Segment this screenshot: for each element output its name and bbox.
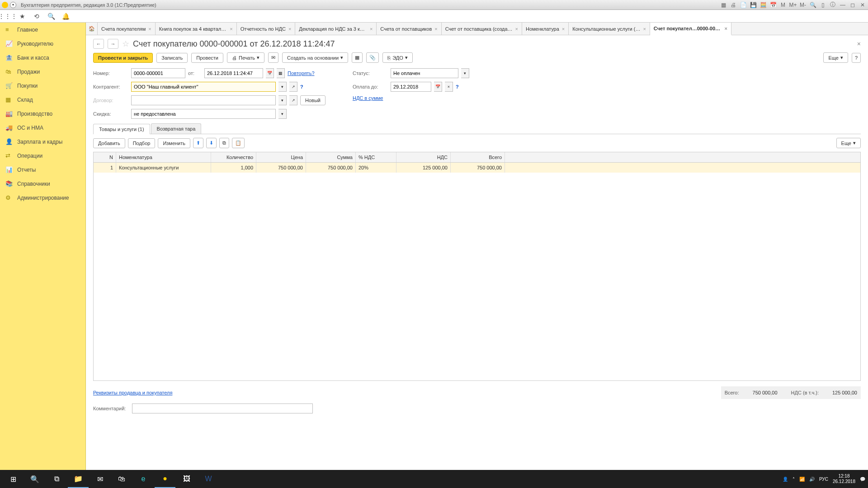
- sidebar-item-production[interactable]: 🏭Производство: [0, 107, 85, 121]
- tab-5[interactable]: Счет от поставщика (созда…×: [442, 23, 522, 35]
- help-icon[interactable]: ?: [300, 84, 303, 89]
- col-n[interactable]: N: [94, 152, 116, 162]
- edge-icon[interactable]: e: [133, 470, 154, 488]
- tab-close-icon[interactable]: ×: [370, 26, 373, 32]
- copy-button[interactable]: ⧉: [219, 138, 229, 148]
- tb-icon-calc[interactable]: 🧮: [760, 1, 767, 9]
- dropdown-icon[interactable]: ▾: [278, 109, 287, 119]
- history-icon[interactable]: ⟲: [33, 12, 41, 20]
- col-price[interactable]: Цена: [256, 152, 306, 162]
- sidebar-item-purchases[interactable]: 🛒Покупки: [0, 79, 85, 93]
- tray-network-icon[interactable]: 📶: [799, 477, 805, 482]
- new-contract-button[interactable]: Новый: [300, 95, 326, 105]
- clear-icon[interactable]: ×: [445, 82, 453, 92]
- attach-button[interactable]: 📎: [366, 52, 379, 63]
- calendar-icon[interactable]: 📅: [266, 68, 274, 78]
- sidebar-item-bank[interactable]: 🏦Банк и касса: [0, 51, 85, 65]
- post-close-button[interactable]: Провести и закрыть: [93, 53, 153, 63]
- create-based-button[interactable]: Создать на основании ▾: [282, 52, 348, 63]
- tab-close-icon[interactable]: ×: [434, 26, 437, 32]
- mail-button[interactable]: ✉: [268, 52, 278, 63]
- tb-icon-search[interactable]: 🔍: [809, 1, 816, 9]
- tb-icon-save[interactable]: 💾: [750, 1, 757, 9]
- dropdown-icon[interactable]: ▾: [278, 95, 287, 105]
- photos-icon[interactable]: 🖼: [176, 470, 197, 488]
- col-qty[interactable]: Количество: [211, 152, 256, 162]
- star-icon[interactable]: ★: [18, 12, 26, 20]
- tab-home[interactable]: 🏠: [86, 23, 98, 35]
- grid-empty-area[interactable]: [94, 173, 860, 380]
- tray-lang[interactable]: РУС: [819, 477, 828, 482]
- sidebar-item-sales[interactable]: 🛍Продажи: [0, 65, 85, 79]
- search-icon[interactable]: 🔍: [47, 12, 55, 20]
- write-button[interactable]: Записать: [156, 53, 188, 63]
- favorite-star-icon[interactable]: ☆: [122, 39, 129, 49]
- seller-details-link[interactable]: Реквизиты продавца и покупателя: [93, 390, 172, 395]
- help-icon[interactable]: ?: [456, 84, 459, 89]
- content-close-icon[interactable]: ×: [857, 40, 861, 47]
- tab-close-icon[interactable]: ×: [230, 26, 232, 32]
- tab-close-icon[interactable]: ×: [562, 26, 565, 32]
- word-icon[interactable]: W: [198, 470, 219, 488]
- table-more-button[interactable]: Еще ▾: [836, 138, 861, 148]
- back-button[interactable]: ←: [93, 39, 104, 49]
- pay-until-input[interactable]: [391, 82, 431, 92]
- tab-7[interactable]: Консультационные услуги (…×: [569, 23, 650, 35]
- tab-4[interactable]: Счета от поставщиков×: [377, 23, 441, 35]
- 1c-icon[interactable]: ●: [155, 470, 175, 488]
- help-button[interactable]: ?: [852, 53, 861, 63]
- tray-volume-icon[interactable]: 🔊: [809, 477, 815, 482]
- tab-close-icon[interactable]: ×: [724, 26, 727, 31]
- sidebar-item-salary[interactable]: 👤Зарплата и кадры: [0, 135, 85, 149]
- explorer-icon[interactable]: 📁: [68, 470, 89, 488]
- minimize-icon[interactable]: —: [839, 1, 846, 9]
- tab-goods[interactable]: Товары и услуги (1): [93, 124, 150, 134]
- add-row-button[interactable]: Добавить: [93, 138, 125, 148]
- dropdown-icon[interactable]: ▾: [278, 82, 287, 92]
- sidebar-item-os[interactable]: 🚚ОС и НМА: [0, 121, 85, 135]
- tab-tara[interactable]: Возвратная тара: [151, 123, 202, 134]
- tb-icon-m1[interactable]: M: [779, 1, 787, 9]
- status-select[interactable]: [391, 68, 458, 78]
- move-down-button[interactable]: ⬇: [206, 138, 217, 148]
- comment-input[interactable]: [132, 404, 313, 413]
- tb-icon-info[interactable]: ⓘ: [829, 1, 836, 9]
- tab-close-icon[interactable]: ×: [288, 26, 291, 32]
- tb-icon-doc[interactable]: 📄: [740, 1, 747, 9]
- col-nom[interactable]: Номенклатура: [116, 152, 211, 162]
- open-icon[interactable]: ↗: [289, 95, 297, 105]
- number-input[interactable]: [131, 68, 185, 78]
- tb-icon-panel[interactable]: ▯: [819, 1, 826, 9]
- sidebar-item-manager[interactable]: 📈Руководителю: [0, 37, 85, 51]
- more-button[interactable]: Еще ▾: [823, 52, 848, 63]
- dropdown-icon[interactable]: ▾: [461, 68, 469, 78]
- date-input[interactable]: [204, 68, 263, 78]
- sidebar-item-admin[interactable]: ⚙Администрирование: [0, 191, 85, 205]
- kanban-button[interactable]: ▦: [352, 52, 363, 63]
- col-nds[interactable]: НДС: [396, 152, 451, 162]
- repeat-link[interactable]: Повторять?: [288, 70, 315, 76]
- tb-icon-1[interactable]: ▦: [720, 1, 727, 9]
- notifications-icon[interactable]: 💬: [860, 477, 865, 482]
- edit-row-button[interactable]: Изменить: [158, 138, 190, 148]
- tab-0[interactable]: Счета покупателям×: [98, 23, 156, 35]
- store-icon[interactable]: 🛍: [111, 470, 132, 488]
- print-button[interactable]: 🖨 Печать ▾: [227, 52, 264, 63]
- discount-input[interactable]: [131, 109, 276, 119]
- tab-6[interactable]: Номенклатура×: [522, 23, 569, 35]
- sidebar-item-operations[interactable]: ⇄Операции: [0, 149, 85, 163]
- sidebar-item-reports[interactable]: 📊Отчеты: [0, 163, 85, 177]
- table-row[interactable]: 1 Консультационные услуги 1,000 750 000,…: [94, 163, 860, 173]
- start-button[interactable]: ⊞: [3, 470, 24, 488]
- taskbar-search[interactable]: 🔍: [24, 470, 45, 488]
- tab-8[interactable]: Счет покупател…0000-000001×: [650, 23, 731, 35]
- tb-icon-print[interactable]: 🖨: [730, 1, 737, 9]
- maximize-icon[interactable]: ◻: [849, 1, 856, 9]
- tab-close-icon[interactable]: ×: [515, 26, 518, 32]
- tb-icon-m3[interactable]: M-: [799, 1, 807, 9]
- open-icon[interactable]: ↗: [289, 82, 297, 92]
- close-icon[interactable]: ✕: [859, 1, 866, 9]
- mail-icon[interactable]: ✉: [90, 470, 110, 488]
- tab-2[interactable]: Отчетность по НДС×: [237, 23, 296, 35]
- tab-close-icon[interactable]: ×: [643, 26, 646, 32]
